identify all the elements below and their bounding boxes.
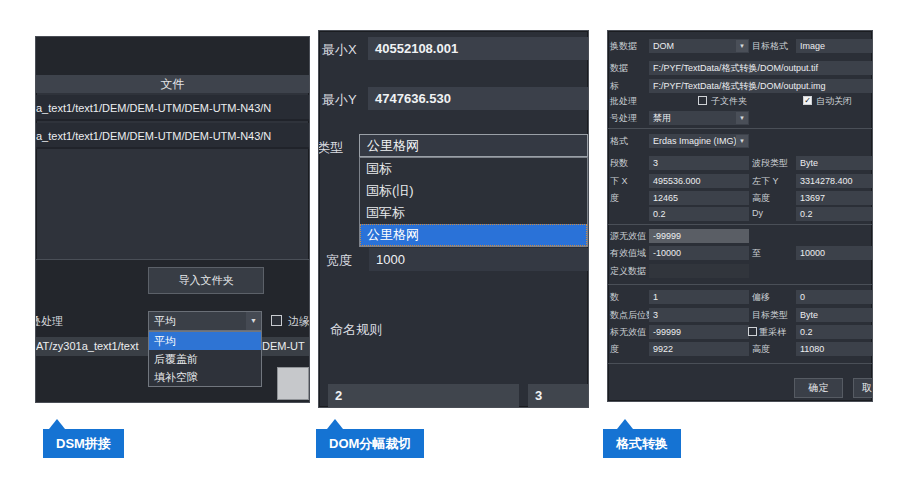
resample-field[interactable]: 0.2	[796, 325, 872, 339]
target-format-field[interactable]: Image	[796, 39, 872, 53]
valid-min-field[interactable]: -10000	[649, 246, 749, 260]
width-label: 宽度	[326, 252, 352, 270]
dropdown-option[interactable]: 填补空隙	[149, 368, 261, 386]
separator	[608, 128, 872, 129]
form-row: 源无效值 -99999	[608, 229, 872, 243]
separator	[608, 363, 872, 364]
min-y-field[interactable]: 4747636.530	[368, 87, 588, 110]
tag-dsm-merge: DSM拼接	[43, 429, 124, 458]
height-label: 高度	[752, 192, 770, 205]
target-type-field[interactable]: Byte	[796, 308, 872, 322]
file-list-item[interactable]: a_text1/text1/DEM/DEM-UTM/DEM-UTM-N43/N	[36, 123, 309, 149]
width-field[interactable]: 12465	[649, 191, 749, 205]
output-img-path-field[interactable]: F:/PYF/TextData/格式转换/DOM/output.img	[649, 79, 872, 93]
post-process-value: 禁用	[653, 113, 671, 123]
form-row: 标无效值 -99999 重采样 0.2	[608, 325, 872, 339]
form-row: 度 9922 高度 11080	[608, 342, 872, 356]
target-nodata-field[interactable]: -99999	[649, 325, 749, 339]
file-column-header: 文件	[36, 75, 309, 93]
process-method-value: 平均	[154, 315, 176, 327]
source-nodata-label: 源无效值	[610, 230, 646, 243]
source-nodata-field[interactable]: -99999	[649, 229, 749, 243]
out-height-label: 高度	[752, 343, 770, 356]
chevron-down-icon[interactable]: ▼	[246, 312, 261, 330]
dropdown-option-selected[interactable]: 公里格网	[360, 224, 587, 246]
pointer-triangle	[617, 419, 633, 429]
form-row: 有效值域 -10000 至 10000	[608, 246, 872, 260]
naming-input-2[interactable]: 3	[528, 384, 589, 407]
lowerleft-x-field[interactable]: 495536.000	[649, 174, 749, 188]
grid-type-dropdown[interactable]: 公里格网	[359, 134, 588, 157]
process-method-dropdown[interactable]: 平均 ▼	[148, 311, 262, 331]
separator	[608, 284, 872, 285]
pointer-triangle	[327, 419, 343, 429]
valid-to-label: 至	[752, 247, 761, 260]
lowerleft-y-field[interactable]: 3314278.400	[796, 174, 872, 188]
chevron-down-icon[interactable]: ▼	[736, 112, 748, 124]
dropdown-option[interactable]: 国标	[360, 158, 587, 180]
target-nodata-label: 标无效值	[610, 326, 646, 339]
decimal-digits-field[interactable]: 3	[649, 308, 749, 322]
chevron-down-icon[interactable]: ▼	[736, 135, 748, 147]
pointer-triangle	[49, 419, 65, 429]
chevron-down-icon[interactable]: ▼	[736, 40, 748, 52]
band-count-field[interactable]: 3	[649, 156, 749, 170]
out-height-field[interactable]: 11080	[796, 342, 872, 356]
file-list-item[interactable]: a_text1/text1/DEM/DEM-UTM/DEM-UTM-N43/N	[36, 95, 309, 121]
band-type-label: 波段类型	[752, 157, 788, 170]
custom-data-field[interactable]	[649, 264, 749, 278]
format-label: 格式	[610, 135, 628, 148]
dropdown-option[interactable]: 国标(旧)	[360, 180, 587, 202]
import-folder-button[interactable]: 导入文件夹	[148, 267, 264, 294]
valid-range-label: 有效值域	[610, 247, 646, 260]
out-width-field[interactable]: 9922	[649, 342, 749, 356]
file-path-text: a_text1/text1/DEM/DEM-UTM/DEM-UTM-N43/N	[36, 130, 271, 142]
offset-field[interactable]: 0	[796, 290, 872, 304]
scale-label: 数	[610, 291, 619, 304]
post-process-dropdown[interactable]: 禁用 ▼	[649, 111, 749, 125]
naming-input-1[interactable]: 2	[328, 384, 519, 407]
batch-label: 批处理	[610, 95, 637, 108]
form-row: 段数 3 波段类型 Byte	[608, 156, 872, 170]
autoclose-checkbox[interactable]: ✓	[803, 96, 812, 105]
convert-data-dropdown[interactable]: DOM ▼	[649, 39, 749, 53]
source-data-label: 数据	[610, 62, 628, 75]
format-dropdown[interactable]: Erdas Imagine (IMG) ▼	[649, 134, 749, 148]
form-row: 号处理 禁用 ▼	[608, 111, 872, 125]
autoclose-checkbox-label: 自动关闭	[816, 95, 852, 108]
resample-label: 重采样	[759, 326, 786, 339]
edge-checkbox[interactable]	[271, 315, 282, 326]
dropdown-option-selected[interactable]: 平均	[149, 332, 261, 350]
form-row: 数 1 偏移 0	[608, 290, 872, 304]
band-count-label: 段数	[610, 157, 628, 170]
form-row: 下 X 495536.000 左下 Y 3314278.400	[608, 174, 872, 188]
form-row: 度 12465 高度 13697	[608, 191, 872, 205]
convert-data-label: 换数据	[610, 40, 637, 53]
lowerleft-y-label: 左下 Y	[752, 175, 779, 188]
subfolder-checkbox[interactable]	[698, 96, 707, 105]
scale-field[interactable]: 1	[649, 290, 749, 304]
naming-rule-label: 命名规则	[330, 321, 382, 339]
tag-format-convert: 格式转换	[603, 429, 681, 458]
custom-data-label: 定义数据	[610, 265, 646, 278]
grid-width-field[interactable]: 1000	[369, 248, 588, 271]
band-type-field[interactable]: Byte	[796, 156, 872, 170]
offset-label: 偏移	[752, 291, 770, 304]
partial-button[interactable]	[277, 367, 309, 400]
resample-checkbox[interactable]	[748, 327, 757, 336]
subfolder-checkbox-label: 子文件夹	[711, 95, 747, 108]
dropdown-option[interactable]: 国军标	[360, 202, 587, 224]
height-field[interactable]: 13697	[796, 191, 872, 205]
tag-dom-sheet-cut: DOM分幅裁切	[316, 429, 424, 458]
grid-type-listbox: 国标 国标(旧) 国军标 公里格网	[359, 157, 588, 247]
min-x-field[interactable]: 40552108.001	[368, 37, 588, 60]
dialog-title-area	[36, 37, 309, 75]
dx-field[interactable]: 0.2	[649, 207, 749, 221]
format-convert-dialog: 换数据 DOM ▼ 目标格式 Image 数据 F:/PYF/TextData/…	[607, 30, 873, 402]
dropdown-option[interactable]: 后覆盖前	[149, 350, 261, 368]
valid-max-field[interactable]: 10000	[796, 246, 872, 260]
ok-button[interactable]: 确定	[794, 378, 843, 398]
dy-field[interactable]: 0.2	[796, 207, 872, 221]
cancel-button[interactable]: 取	[853, 378, 873, 398]
output-tif-path-field[interactable]: F:/PYF/TextData/格式转换/DOM/output.tif	[649, 61, 872, 75]
